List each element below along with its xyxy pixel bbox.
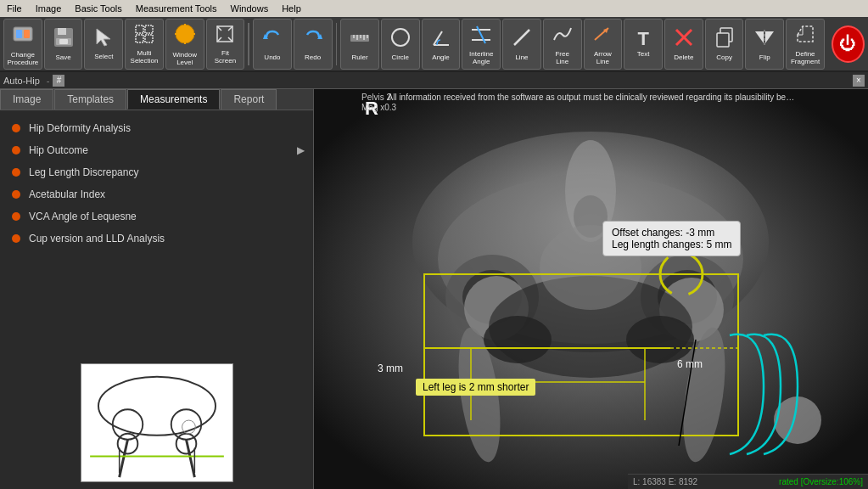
- copy-icon: [714, 26, 736, 52]
- svg-point-76: [626, 316, 694, 363]
- save-button[interactable]: Save: [44, 19, 83, 70]
- info-banner: All information received from the softwa…: [388, 93, 795, 102]
- change-procedure-label: ChangeProcedure: [7, 51, 38, 66]
- delete-label: Delete: [674, 53, 693, 61]
- free-line-icon: [552, 23, 574, 48]
- menu-basic-tools[interactable]: Basic Tools: [68, 3, 128, 14]
- annotation-lld: Left leg is 2 mm shorter: [416, 379, 535, 396]
- window-level-label: WindowLevel: [173, 51, 197, 66]
- text-label: Text: [637, 50, 650, 58]
- window-level-icon: [173, 22, 197, 49]
- free-line-button[interactable]: FreeLine: [543, 19, 582, 70]
- delete-button[interactable]: Delete: [664, 19, 703, 70]
- hip-outcome-label: Hip Outcome: [29, 144, 88, 156]
- change-procedure-button[interactable]: ChangeProcedure: [3, 19, 42, 70]
- fit-screen-button[interactable]: FitScreen: [206, 19, 245, 70]
- status-coords: L: 16383 E: 8192: [633, 477, 697, 486]
- window-level-button[interactable]: WindowLevel: [165, 19, 204, 70]
- circle-icon: [389, 26, 412, 52]
- tab-report[interactable]: Report: [221, 89, 277, 110]
- svg-point-12: [176, 25, 194, 43]
- multi-selection-icon: [134, 24, 154, 48]
- define-fragment-icon: [794, 23, 816, 48]
- svg-rect-11: [145, 35, 153, 42]
- arrow-line-label: ArrowLine: [594, 50, 612, 65]
- multi-selection-button[interactable]: MultiSelection: [125, 19, 164, 70]
- vca-label: VCA Angle of Lequesne: [29, 211, 137, 222]
- menu-file[interactable]: File: [0, 3, 29, 14]
- menu-help[interactable]: Help: [275, 3, 308, 14]
- menu-image[interactable]: Image: [29, 3, 69, 14]
- angle-button[interactable]: Angle: [422, 19, 461, 70]
- measurement-acetabular[interactable]: Acetabular Index: [0, 183, 313, 205]
- svg-rect-6: [59, 39, 68, 44]
- define-fragment-label: DefineFragment: [791, 50, 820, 65]
- measurement-leg-length[interactable]: Leg Length Discrepancy: [0, 161, 313, 183]
- flip-icon: [753, 26, 776, 52]
- annotation-6mm: 6 mm: [677, 358, 703, 370]
- svg-marker-44: [765, 31, 774, 43]
- cup-version-label: Cup version and LLD Analysis: [29, 233, 165, 244]
- svg-marker-43: [755, 31, 764, 43]
- fit-screen-icon: [215, 24, 235, 48]
- flip-label: Flip: [759, 53, 770, 61]
- hip-outcome-arrow: ▶: [297, 144, 305, 156]
- measurement-vca[interactable]: VCA Angle of Lequesne: [0, 205, 313, 228]
- menu-bar: File Image Basic Tools Measurement Tools…: [0, 0, 868, 17]
- line-icon: [511, 26, 533, 52]
- main-layout: Image Templates Measurements Report Hip …: [0, 89, 868, 489]
- svg-line-36: [514, 30, 529, 45]
- copy-label: Copy: [716, 53, 732, 61]
- text-button[interactable]: T Text: [624, 19, 663, 70]
- measurement-cup-version[interactable]: Cup version and LLD Analysis: [0, 228, 313, 250]
- svg-rect-2: [24, 30, 30, 38]
- select-button[interactable]: Select: [84, 19, 123, 70]
- interline-angle-button[interactable]: InterlineAngle: [462, 19, 501, 70]
- tab-templates[interactable]: Templates: [54, 89, 126, 110]
- left-panel: Image Templates Measurements Report Hip …: [0, 89, 314, 489]
- define-fragment-button[interactable]: DefineFragment: [786, 19, 825, 70]
- redo-button[interactable]: Redo: [294, 19, 333, 70]
- undo-label: Undo: [264, 53, 280, 61]
- arrow-line-button[interactable]: ArrowLine: [584, 19, 623, 70]
- annotation-3mm: 3 mm: [378, 363, 403, 374]
- hip-deformity-label: Hip Deformity Analysis: [29, 122, 131, 134]
- hip-outcome-dot: [12, 146, 20, 155]
- select-icon: [93, 27, 114, 51]
- status-bar: L: 16383 E: 8192 rated [Oversize:106%]: [628, 474, 868, 489]
- flip-button[interactable]: Flip: [745, 19, 784, 70]
- offset-tooltip: Offset changes: -3 mm Leg length changes…: [602, 221, 741, 256]
- acetabular-dot: [12, 190, 20, 199]
- text-icon: T: [637, 30, 648, 48]
- tab-measurements[interactable]: Measurements: [127, 89, 220, 110]
- hip-thumbnail: [81, 363, 233, 482]
- line-button[interactable]: Line: [502, 19, 541, 70]
- ruler-button[interactable]: Ruler: [340, 19, 379, 70]
- exit-button[interactable]: ⏻: [832, 25, 865, 63]
- interline-angle-label: InterlineAngle: [469, 50, 493, 65]
- circle-button[interactable]: Circle: [381, 19, 420, 70]
- menu-measurement-tools[interactable]: Measurement Tools: [129, 3, 224, 14]
- mag-label: Mag x0.3: [361, 103, 396, 112]
- menu-windows[interactable]: Windows: [224, 3, 276, 14]
- window-close-button[interactable]: ×: [853, 75, 865, 87]
- svg-point-30: [392, 29, 409, 46]
- svg-rect-48: [81, 364, 232, 481]
- measurement-hip-deformity[interactable]: Hip Deformity Analysis: [0, 117, 313, 139]
- window-pin-button[interactable]: #: [53, 75, 64, 87]
- angle-label: Angle: [432, 53, 449, 61]
- line-label: Line: [515, 53, 528, 61]
- status-zoom: rated [Oversize:106%]: [779, 477, 863, 486]
- undo-button[interactable]: Undo: [253, 19, 292, 70]
- copy-button[interactable]: Copy: [705, 19, 744, 70]
- tab-image[interactable]: Image: [0, 89, 53, 110]
- window-titlebar: Auto-Hip - # ×: [0, 72, 868, 89]
- offset-line2: Leg length changes: 5 mm: [612, 239, 731, 250]
- svg-point-75: [484, 316, 552, 363]
- undo-icon: [261, 26, 283, 52]
- xray-image: [314, 89, 868, 489]
- measurement-hip-outcome[interactable]: Hip Outcome ▶: [0, 139, 313, 161]
- leg-length-dot: [12, 168, 20, 177]
- offset-line1: Offset changes: -3 mm: [612, 227, 731, 239]
- select-label: Select: [94, 53, 113, 60]
